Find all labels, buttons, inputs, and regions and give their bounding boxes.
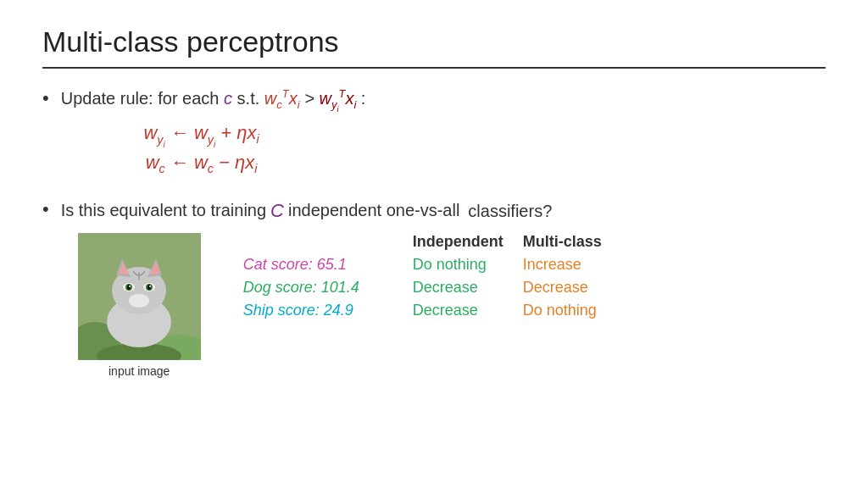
image-caption: input image [108,364,170,378]
bullet-1-text: Update rule: for each c s.t. wcTxi > wyi… [61,86,366,115]
title-section: Multi-class perceptrons [42,25,826,69]
st-text: s.t. [237,89,264,108]
image-container: input image [78,233,201,378]
cat-score-label: Cat score: 65.1 [243,256,413,274]
bullet2-prefix: Is this equivalent to training [61,197,266,223]
table-row: Dog score: 101.4 Decrease Decrease [243,279,633,297]
ship-multiclass: Do nothing [523,302,633,319]
bullet-2-text: Is this equivalent to training C indepen… [61,197,633,225]
bullet-2-content: Is this equivalent to training C indepen… [61,197,633,378]
svg-point-16 [129,286,131,287]
table-row: Ship score: 24.9 Decrease Do nothing [243,302,633,319]
cat-multiclass: Increase [523,256,633,274]
cat-image [78,233,201,360]
C-variable: C [270,197,284,225]
bullet-dot-1: • [42,87,49,109]
update-rule-prefix: Update rule: for each [61,89,224,108]
content-area: • Update rule: for each c s.t. wcTxi > w… [42,86,826,378]
dog-multiclass: Decrease [523,279,633,297]
header-independent: Independent [413,233,523,251]
math-line-2: wc ← wc − ηxi [146,152,258,175]
svg-point-15 [147,285,151,290]
table-header: Independent Multi-class [243,233,633,251]
table-section: input image Independent Multi-class [78,233,633,378]
header-multiclass: Multi-class [523,233,633,251]
ship-score-label: Ship score: 24.9 [243,302,413,319]
dog-score-label: Dog score: 101.4 [243,279,413,297]
header-spacer [243,233,413,251]
math-line-1: wyi ← wyi + ηxi [143,122,259,148]
c-variable: c [224,89,232,108]
bullet2-suffix2: classifiers? [468,198,552,224]
bullet-item-1: • Update rule: for each c s.t. wcTxi > w… [42,86,826,176]
bullet-item-2: • Is this equivalent to training C indep… [42,197,826,378]
svg-point-14 [127,285,131,290]
cat-independent: Do nothing [413,256,523,274]
svg-point-17 [149,286,151,287]
table-row: Cat score: 65.1 Do nothing Increase [243,256,633,274]
scores-and-table: Independent Multi-class Cat score: 65.1 … [243,233,633,319]
svg-point-24 [129,294,149,308]
ship-independent: Decrease [413,302,523,319]
bullet-1-content: Update rule: for each c s.t. wcTxi > wyi… [61,86,366,176]
slide-title: Multi-class perceptrons [42,25,826,58]
bullet2-suffix: independent one-vs-all [288,197,459,223]
colon: : [361,89,366,108]
dog-independent: Decrease [413,279,523,297]
bullet-dot-2: • [42,198,49,220]
scores-table: Cat score: 65.1 Do nothing Increase Dog … [243,256,633,319]
condition-math: wcTxi > wyiTxi [264,89,361,108]
math-equations: wyi ← wyi + ηxi wc ← wc − ηxi [37,122,366,176]
